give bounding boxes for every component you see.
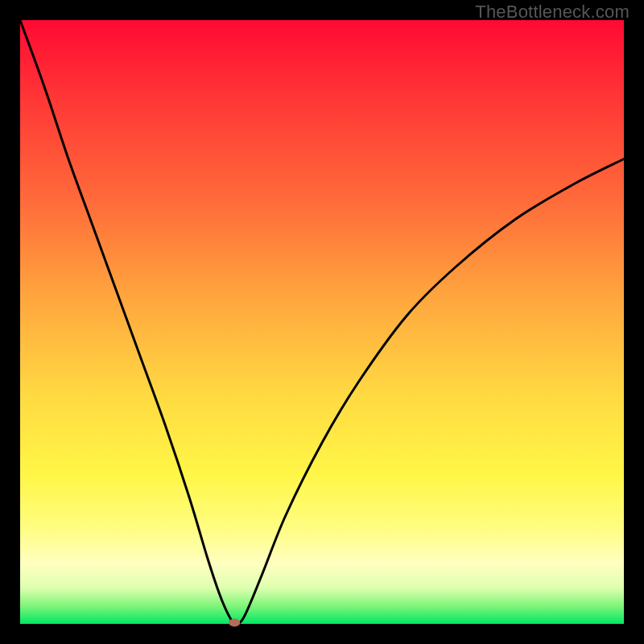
min-marker [229,619,240,627]
bottleneck-curve [20,20,624,623]
plot-area [20,20,624,624]
curve-svg [20,20,624,624]
chart-frame: TheBottleneck.com [0,0,644,644]
